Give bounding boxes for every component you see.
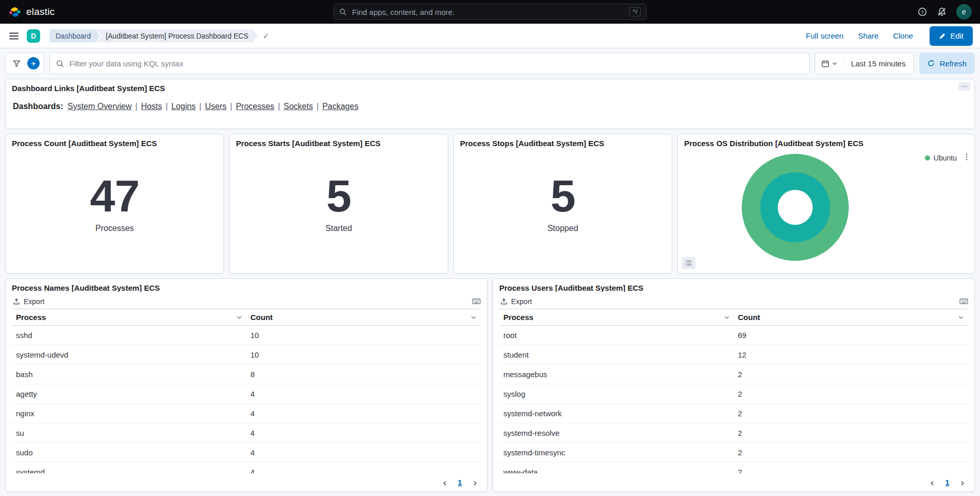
process-cell: systemd xyxy=(12,463,247,473)
table-row: systemd-timesync2 xyxy=(499,443,968,463)
kql-search-box[interactable] xyxy=(49,52,810,74)
app-nav-bar: D Dashboard [Auditbeat System] Process D… xyxy=(0,24,980,48)
prev-page-button[interactable]: ‹ xyxy=(931,477,934,487)
count-cell: 4 xyxy=(247,463,481,473)
next-page-button[interactable]: › xyxy=(474,477,477,487)
tables-row: Process Names [Auditbeat System] ECS Exp… xyxy=(5,278,975,492)
table-row: www-data2 xyxy=(499,463,968,473)
column-header-count[interactable]: Count xyxy=(734,309,969,326)
hamburger-menu-icon[interactable] xyxy=(7,29,21,43)
edit-button[interactable]: Edit xyxy=(930,26,973,46)
table-header-row: Process Count xyxy=(12,309,481,326)
panel-menu-icon[interactable]: ⋯ xyxy=(958,82,970,91)
column-header-process[interactable]: Process xyxy=(12,309,247,326)
chevron-down-icon xyxy=(832,61,837,66)
panel-title: Process Users [Auditbeat System] ECS xyxy=(493,279,974,292)
global-search-input[interactable] xyxy=(351,7,624,17)
link-separator: | xyxy=(166,102,168,111)
filter-controls-group: + xyxy=(5,52,44,74)
process-users-table: Process Count root69student12messagebus2… xyxy=(499,309,968,473)
dashboard-link-system-overview[interactable]: System Overview xyxy=(67,102,131,111)
table-header-row: Process Count xyxy=(499,309,968,326)
export-label: Export xyxy=(511,297,532,306)
process-cell: systemd-timesync xyxy=(499,443,734,463)
dashboard-actions: Full screen Share Clone Edit xyxy=(806,26,973,46)
link-separator: | xyxy=(135,102,137,111)
user-avatar[interactable]: e xyxy=(956,4,972,20)
process-users-table-scroll[interactable]: Process Count root69student12messagebus2… xyxy=(499,309,968,473)
elastic-home-link[interactable]: elastic xyxy=(8,5,55,19)
pencil-icon xyxy=(939,32,946,40)
prev-page-button[interactable]: ‹ xyxy=(443,477,446,487)
alerts-bell-icon[interactable] xyxy=(937,7,947,17)
sort-chevron-icon xyxy=(958,314,964,321)
process-cell: systemd-udevd xyxy=(12,345,247,365)
process-names-table-scroll[interactable]: Process Count sshd10systemd-udevd10bash8… xyxy=(12,309,481,473)
add-filter-button[interactable]: + xyxy=(27,57,40,69)
table-row: syslog2 xyxy=(499,384,968,404)
page-number[interactable]: 1 xyxy=(945,478,949,487)
dashboard-link-packages[interactable]: Packages xyxy=(322,102,358,111)
dashboard-link-processes[interactable]: Processes xyxy=(236,102,274,111)
keyboard-icon[interactable] xyxy=(472,297,481,306)
count-cell: 4 xyxy=(247,404,481,423)
column-header-count[interactable]: Count xyxy=(247,309,481,326)
process-cell: syslog xyxy=(499,384,734,404)
kql-query-input[interactable] xyxy=(68,59,803,68)
keyboard-icon[interactable] xyxy=(959,297,968,306)
donut-chart-area xyxy=(678,141,913,273)
metric-value: 5 xyxy=(551,174,575,218)
process-cell: root xyxy=(499,326,734,345)
calendar-menu-button[interactable] xyxy=(821,60,843,67)
metric-value: 47 xyxy=(90,174,139,218)
link-separator: | xyxy=(230,102,232,111)
full-screen-button[interactable]: Full screen xyxy=(806,31,844,40)
process-cell: messagebus xyxy=(499,365,734,384)
sort-chevron-icon xyxy=(470,314,477,321)
time-range-button[interactable]: Last 15 minutes xyxy=(843,59,914,68)
breadcrumb-current[interactable]: [Auditbeat System] Process Dashboard ECS xyxy=(97,29,258,43)
page-number[interactable]: 1 xyxy=(458,478,462,487)
global-search-box[interactable]: ^/ xyxy=(334,4,646,20)
next-page-button[interactable]: › xyxy=(961,477,964,487)
count-cell: 8 xyxy=(247,365,481,384)
panel-process-stops: Process Stops [Auditbeat System] ECS 5 S… xyxy=(453,134,672,274)
table-row: systemd-resolve2 xyxy=(499,423,968,443)
help-icon[interactable]: ? xyxy=(917,7,927,17)
export-button[interactable]: Export xyxy=(500,297,532,306)
process-cell: systemd-network xyxy=(499,404,734,423)
dashboard-links-row: Dashboards: System Overview|Hosts|Logins… xyxy=(6,93,974,120)
link-separator: | xyxy=(199,102,201,111)
refresh-button[interactable]: Refresh xyxy=(919,52,975,74)
panel-dashboard-links: Dashboard Links [Auditbeat System] ECS ⋯… xyxy=(5,79,975,129)
count-cell: 4 xyxy=(247,384,481,404)
pagination: ‹ 1 › xyxy=(6,473,487,491)
filter-menu-icon[interactable] xyxy=(10,57,23,70)
dashboards-label: Dashboards: xyxy=(13,102,63,111)
export-icon xyxy=(13,298,20,305)
dashboard-link-sockets[interactable]: Sockets xyxy=(284,102,313,111)
table-row: root69 xyxy=(499,326,968,345)
kebab-menu-icon[interactable] xyxy=(963,153,970,161)
table-toolbar: Export xyxy=(493,292,974,309)
process-cell: agetty xyxy=(12,384,247,404)
export-button[interactable]: Export xyxy=(13,297,44,306)
count-cell: 2 xyxy=(734,365,969,384)
dashboard-link-logins[interactable]: Logins xyxy=(171,102,196,111)
table-row: systemd-udevd10 xyxy=(12,345,481,365)
dashboard-link-hosts[interactable]: Hosts xyxy=(141,102,162,111)
space-badge[interactable]: D xyxy=(27,29,40,43)
clone-button[interactable]: Clone xyxy=(893,31,913,40)
dashboard-link-users[interactable]: Users xyxy=(205,102,226,111)
column-header-process[interactable]: Process xyxy=(499,309,734,326)
refresh-button-label: Refresh xyxy=(939,59,967,68)
export-label: Export xyxy=(24,297,44,306)
breadcrumb-dashboard[interactable]: Dashboard xyxy=(49,29,100,43)
pagination: ‹ 1 › xyxy=(493,473,974,491)
legend-toggle-icon[interactable] xyxy=(682,257,695,269)
edit-button-label: Edit xyxy=(950,31,964,40)
count-cell: 2 xyxy=(734,463,969,473)
share-button[interactable]: Share xyxy=(858,31,879,40)
panel-process-names: Process Names [Auditbeat System] ECS Exp… xyxy=(5,278,487,492)
legend-item-ubuntu[interactable]: Ubuntu xyxy=(925,154,957,162)
